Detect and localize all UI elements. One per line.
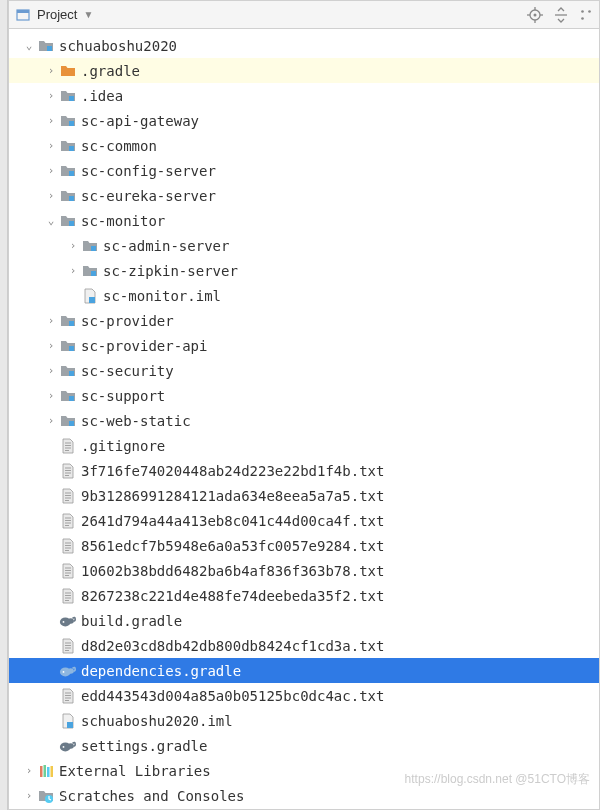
tree-row[interactable]: d8d2e03cd8db42db800db8424cf1cd3a.txt: [9, 633, 599, 658]
locate-icon[interactable]: [527, 7, 543, 23]
svg-rect-74: [44, 765, 47, 777]
tree-item-label: 8561edcf7b5948e6a0a53fc0057e9284.txt: [81, 538, 591, 554]
gradle-file-icon: [59, 737, 77, 755]
tree-row[interactable]: ⌄schuaboshu2020: [9, 33, 599, 58]
collapse-all-icon[interactable]: [553, 7, 569, 23]
tree-row[interactable]: build.gradle: [9, 608, 599, 633]
tree-item-label: dependencies.gradle: [81, 663, 591, 679]
chevron-down-icon[interactable]: ⌄: [43, 214, 59, 227]
svg-rect-22: [69, 321, 74, 326]
chevron-down-icon: ▼: [83, 9, 93, 20]
tree-item-label: sc-monitor: [81, 213, 591, 229]
tree-row[interactable]: ›sc-security: [9, 358, 599, 383]
tree-item-label: .idea: [81, 88, 591, 104]
tree-row[interactable]: edd443543d004a85a0b05125bc0dc4ac.txt: [9, 683, 599, 708]
tree-item-label: 10602b38bdd6482ba6b4af836f363b78.txt: [81, 563, 591, 579]
scratches-icon: [37, 787, 55, 805]
folder-module-icon: [59, 87, 77, 105]
settings-icon[interactable]: [579, 7, 593, 23]
project-tree[interactable]: ⌄schuaboshu2020›.gradle›.idea›sc-api-gat…: [9, 29, 599, 809]
project-view-icon: [15, 7, 31, 23]
tree-row[interactable]: .gitignore: [9, 433, 599, 458]
tree-row[interactable]: ›sc-zipkin-server: [9, 258, 599, 283]
chevron-right-icon[interactable]: ›: [43, 189, 59, 202]
tree-row[interactable]: sc-monitor.iml: [9, 283, 599, 308]
project-panel: Project ▼ ⌄schuaboshu2020›.gradle›.idea›…: [8, 0, 600, 810]
tree-row[interactable]: ›.gradle: [9, 58, 599, 83]
tree-row[interactable]: settings.gradle: [9, 733, 599, 758]
view-selector[interactable]: Project ▼: [15, 7, 521, 23]
tree-item-label: edd443543d004a85a0b05125bc0dc4ac.txt: [81, 688, 591, 704]
chevron-right-icon[interactable]: ›: [21, 764, 37, 777]
svg-rect-26: [69, 421, 74, 426]
svg-rect-17: [69, 196, 74, 201]
left-gutter: [0, 0, 8, 810]
tree-row[interactable]: 8561edcf7b5948e6a0a53fc0057e9284.txt: [9, 533, 599, 558]
tree-row[interactable]: ›sc-provider: [9, 308, 599, 333]
svg-point-11: [581, 17, 584, 20]
svg-point-71: [68, 743, 74, 748]
chevron-right-icon[interactable]: ›: [43, 389, 59, 402]
tree-row[interactable]: ›Scratches and Consoles: [9, 783, 599, 808]
tree-row[interactable]: ›External Libraries: [9, 758, 599, 783]
chevron-right-icon[interactable]: ›: [21, 789, 37, 802]
tree-item-label: sc-security: [81, 363, 591, 379]
text-file-icon: [59, 637, 77, 655]
chevron-right-icon[interactable]: ›: [43, 364, 59, 377]
tree-item-label: schuaboshu2020.iml: [81, 713, 591, 729]
tree-row[interactable]: ›sc-eureka-server: [9, 183, 599, 208]
tree-row[interactable]: schuaboshu2020.iml: [9, 708, 599, 733]
tree-row[interactable]: 10602b38bdd6482ba6b4af836f363b78.txt: [9, 558, 599, 583]
text-file-icon: [59, 587, 77, 605]
tree-item-label: schuaboshu2020: [59, 38, 591, 54]
chevron-down-icon[interactable]: ⌄: [21, 39, 37, 52]
tree-item-label: sc-admin-server: [103, 238, 591, 254]
svg-point-64: [63, 671, 65, 673]
tree-row[interactable]: ›sc-config-server: [9, 158, 599, 183]
chevron-right-icon[interactable]: ›: [43, 414, 59, 427]
tree-item-label: sc-common: [81, 138, 591, 154]
tree-row[interactable]: ›sc-api-gateway: [9, 108, 599, 133]
tree-row[interactable]: ›.idea: [9, 83, 599, 108]
tree-row[interactable]: 3f716fe74020448ab24d223e22bd1f4b.txt: [9, 458, 599, 483]
iml-file-icon: [81, 287, 99, 305]
text-file-icon: [59, 462, 77, 480]
chevron-right-icon[interactable]: ›: [43, 314, 59, 327]
text-file-icon: [59, 687, 77, 705]
gradle-file-icon: [59, 662, 77, 680]
folder-module-icon: [59, 212, 77, 230]
iml-file-icon: [59, 712, 77, 730]
svg-rect-25: [69, 396, 74, 401]
tree-item-label: sc-web-static: [81, 413, 591, 429]
svg-rect-19: [91, 246, 96, 251]
chevron-right-icon[interactable]: ›: [43, 64, 59, 77]
chevron-right-icon[interactable]: ›: [65, 239, 81, 252]
folder-module-icon: [59, 187, 77, 205]
chevron-right-icon[interactable]: ›: [65, 264, 81, 277]
svg-rect-75: [47, 767, 50, 777]
chevron-right-icon[interactable]: ›: [43, 164, 59, 177]
tree-row[interactable]: ›sc-admin-server: [9, 233, 599, 258]
folder-orange-icon: [59, 62, 77, 80]
libraries-icon: [37, 762, 55, 780]
tree-row[interactable]: ›sc-web-static: [9, 408, 599, 433]
tree-row[interactable]: ⌄sc-monitor: [9, 208, 599, 233]
chevron-right-icon[interactable]: ›: [43, 114, 59, 127]
tree-row[interactable]: 9b31286991284121ada634e8eea5a7a5.txt: [9, 483, 599, 508]
tree-row[interactable]: ›sc-provider-api: [9, 333, 599, 358]
chevron-right-icon[interactable]: ›: [43, 139, 59, 152]
tree-row[interactable]: 2641d794a44a413eb8c041c44d00ca4f.txt: [9, 508, 599, 533]
tree-item-label: build.gradle: [81, 613, 591, 629]
tree-row[interactable]: ›sc-support: [9, 383, 599, 408]
chevron-right-icon[interactable]: ›: [43, 89, 59, 102]
chevron-right-icon[interactable]: ›: [43, 339, 59, 352]
folder-module-icon: [59, 337, 77, 355]
tree-item-label: settings.gradle: [81, 738, 591, 754]
tree-row[interactable]: dependencies.gradle: [9, 658, 599, 683]
svg-point-63: [68, 668, 74, 673]
tree-row[interactable]: ›sc-common: [9, 133, 599, 158]
tree-row[interactable]: 8267238c221d4e488fe74deebeda35f2.txt: [9, 583, 599, 608]
text-file-icon: [59, 562, 77, 580]
tree-item-label: .gitignore: [81, 438, 591, 454]
folder-module-icon: [59, 412, 77, 430]
